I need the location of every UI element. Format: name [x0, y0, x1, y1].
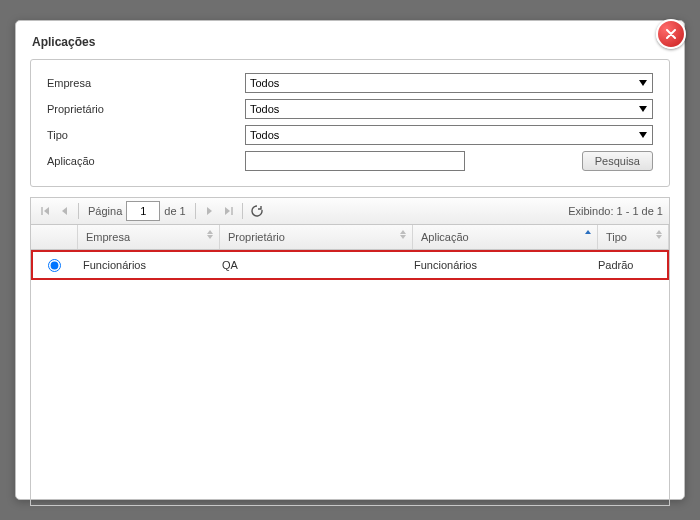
col-empresa[interactable]: Empresa — [78, 225, 220, 249]
page-input[interactable] — [126, 201, 160, 221]
label-tipo: Tipo — [43, 122, 241, 148]
select-proprietario[interactable]: Todos — [245, 99, 653, 119]
search-button[interactable]: Pesquisa — [582, 151, 653, 171]
next-page-icon[interactable] — [203, 204, 217, 218]
col-select — [31, 225, 78, 249]
select-empresa[interactable]: Todos — [245, 73, 653, 93]
dialog: Aplicações Empresa Todos Proprietário — [15, 20, 685, 500]
dialog-title: Aplicações — [32, 35, 668, 49]
page-label: Página — [88, 205, 122, 217]
separator — [78, 203, 79, 219]
sort-asc-icon — [585, 230, 591, 234]
close-icon — [666, 29, 676, 39]
prev-page-icon[interactable] — [57, 204, 71, 218]
filters-panel: Empresa Todos Proprietário — [30, 59, 670, 187]
cell-proprietario: QA — [214, 252, 406, 278]
col-proprietario[interactable]: Proprietário — [220, 225, 413, 249]
input-aplicacao[interactable] — [245, 151, 465, 171]
col-aplicacao[interactable]: Aplicação — [413, 225, 598, 249]
label-proprietario: Proprietário — [43, 96, 241, 122]
col-tipo[interactable]: Tipo — [598, 225, 669, 249]
select-tipo[interactable]: Todos — [245, 125, 653, 145]
refresh-icon[interactable] — [250, 204, 264, 218]
close-button[interactable] — [656, 19, 686, 49]
cell-aplicacao: Funcionários — [406, 252, 590, 278]
pager-toolbar: Página de 1 Exibindo: 1 - 1 de 1 — [30, 197, 670, 225]
label-aplicacao: Aplicação — [43, 148, 241, 174]
page-of: de 1 — [164, 205, 185, 217]
row-radio[interactable] — [48, 259, 61, 272]
label-empresa: Empresa — [43, 70, 241, 96]
table-row[interactable]: Funcionários QA Funcionários Padrão — [31, 250, 669, 280]
cell-tipo: Padrão — [590, 252, 667, 278]
pager-status: Exibindo: 1 - 1 de 1 — [568, 205, 663, 217]
last-page-icon[interactable] — [221, 204, 235, 218]
cell-empresa: Funcionários — [75, 252, 214, 278]
separator — [242, 203, 243, 219]
first-page-icon[interactable] — [39, 204, 53, 218]
grid: Empresa Proprietário Aplicação Tipo — [30, 225, 670, 506]
grid-header: Empresa Proprietário Aplicação Tipo — [31, 225, 669, 250]
separator — [195, 203, 196, 219]
